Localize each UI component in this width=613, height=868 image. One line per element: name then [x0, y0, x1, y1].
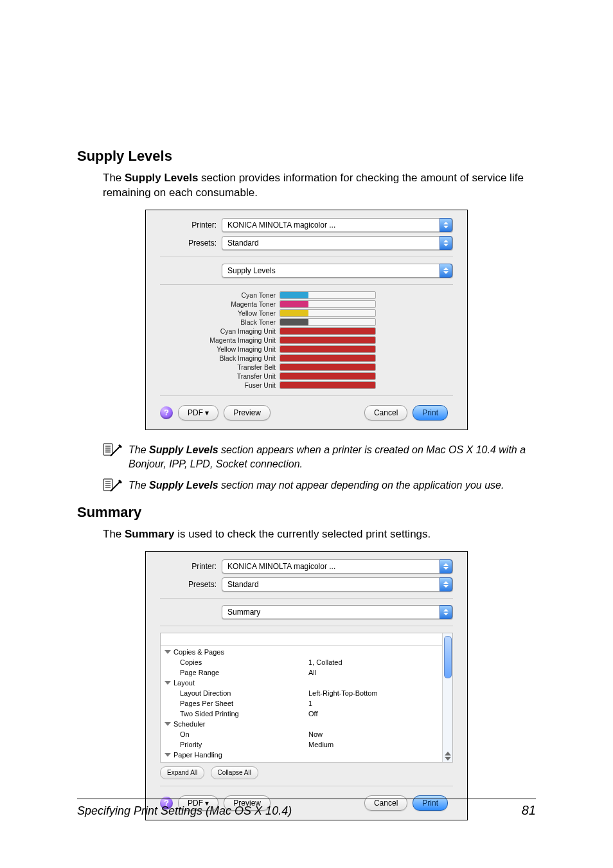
- preview-button[interactable]: Preview: [224, 405, 271, 420]
- pane-select-value: Supply Levels: [227, 266, 276, 275]
- supply-body: The Supply Levels section provides infor…: [103, 171, 536, 201]
- help-button[interactable]: ?: [160, 406, 173, 419]
- text-bold: Supply Levels: [125, 172, 198, 184]
- tree-group-name: Copies & Pages: [173, 648, 224, 656]
- supply-meter-row: Cyan Toner: [160, 291, 453, 299]
- tree-item-value: Off: [308, 710, 452, 718]
- tree-item-value: Document paper: A4: [308, 761, 452, 763]
- supply-meter-bar: [280, 354, 376, 362]
- tree-group-header[interactable]: Scheduler: [164, 719, 452, 729]
- presets-label: Presets:: [160, 239, 217, 248]
- text: The: [103, 528, 125, 540]
- text: The: [103, 172, 125, 184]
- tree-item: Layout DirectionLeft-Right-Top-Bottom: [164, 688, 452, 698]
- supply-meter-label: Yellow Imaging Unit: [160, 345, 276, 353]
- printer-select[interactable]: KONICA MINOLTA magicolor ...: [222, 218, 453, 232]
- collapse-all-button[interactable]: Collapse All: [211, 766, 258, 779]
- tree-group-header[interactable]: Copies & Pages: [164, 647, 452, 657]
- tree-header: [161, 633, 452, 646]
- supply-meter-bar: [280, 300, 376, 308]
- presets-select[interactable]: Standard: [222, 236, 453, 250]
- pdf-button[interactable]: PDF ▾: [178, 405, 218, 420]
- divider: [160, 626, 453, 626]
- select-stepper-icon: [440, 264, 452, 278]
- tree-item-key: Layout Direction: [164, 689, 308, 697]
- note-text-bold: Supply Levels: [149, 480, 218, 491]
- footer-title: Specifying Print Settings (Mac OS X 10.4…: [77, 804, 292, 818]
- tree-item: Copies1, Collated: [164, 657, 452, 667]
- pane-select[interactable]: Supply Levels: [222, 264, 453, 278]
- supply-meter-row: Cyan Imaging Unit: [160, 327, 453, 335]
- supply-meter-bar: [280, 363, 376, 371]
- tree-group-name: Paper Handling: [173, 751, 222, 759]
- supply-meter-bar: [280, 381, 376, 389]
- tree-item-key: Pages Per Sheet: [164, 700, 308, 707]
- tree-item: Pages Per Sheet1: [164, 698, 452, 709]
- tree-item: PriorityMedium: [164, 739, 452, 750]
- supply-meter-row: Transfer Belt: [160, 363, 453, 371]
- presets-select-value: Standard: [227, 580, 259, 589]
- tree-group-header[interactable]: Layout: [164, 678, 452, 688]
- disclosure-triangle-icon[interactable]: [164, 753, 171, 757]
- printer-select-value: KONICA MINOLTA magicolor ...: [227, 562, 335, 571]
- summary-body: The Summary is used to check the current…: [103, 527, 536, 542]
- supply-meter-row: Fuser Unit: [160, 381, 453, 389]
- printer-label: Printer:: [160, 221, 217, 230]
- scroll-up-icon[interactable]: [445, 752, 451, 755]
- tree-item-value: All: [308, 669, 452, 676]
- select-stepper-icon: [440, 605, 452, 619]
- pane-select[interactable]: Summary: [222, 605, 453, 619]
- tree-group: LayoutLayout DirectionLeft-Right-Top-Bot…: [161, 678, 452, 719]
- svg-rect-0: [103, 444, 112, 455]
- tree-group-header[interactable]: Paper Handling: [164, 750, 452, 760]
- cancel-button[interactable]: Cancel: [364, 405, 407, 420]
- presets-select[interactable]: Standard: [222, 577, 453, 592]
- divider: [160, 395, 453, 396]
- divider: [160, 257, 453, 257]
- tree-group-name: Scheduler: [173, 720, 206, 728]
- disclosure-triangle-icon[interactable]: [164, 681, 171, 685]
- supply-meter-row: Magenta Toner: [160, 300, 453, 308]
- disclosure-triangle-icon[interactable]: [164, 650, 171, 654]
- scroll-down-icon[interactable]: [445, 757, 451, 761]
- supply-meter-row: Black Imaging Unit: [160, 354, 453, 362]
- supply-levels-dialog: Printer: KONICA MINOLTA magicolor ... Pr…: [145, 210, 468, 430]
- scrollbar[interactable]: [442, 633, 452, 762]
- supply-meter-bar: [280, 309, 376, 317]
- svg-rect-5: [103, 479, 112, 491]
- text-bold: Summary: [125, 528, 174, 540]
- select-stepper-icon: [440, 218, 452, 232]
- presets-select-value: Standard: [227, 239, 259, 248]
- supply-meter-bar: [280, 336, 376, 344]
- tree-item: Destination paper sizeDocument paper: A4: [164, 760, 452, 763]
- select-stepper-icon: [440, 577, 452, 592]
- tree-item-key: Destination paper size: [164, 761, 308, 763]
- tree-item-key: Page Range: [164, 669, 308, 676]
- print-button[interactable]: Print: [413, 405, 448, 420]
- supply-meter-bar: [280, 318, 376, 326]
- supply-meter-label: Cyan Imaging Unit: [160, 327, 276, 335]
- tree-item-key: Priority: [164, 741, 308, 748]
- footer-page-number: 81: [522, 803, 536, 818]
- summary-dialog: Printer: KONICA MINOLTA magicolor ... Pr…: [145, 551, 468, 820]
- supply-meter-bar: [280, 345, 376, 353]
- tree-item-value: 1, Collated: [308, 658, 452, 666]
- tree-item: Two Sided PrintingOff: [164, 709, 452, 719]
- page-footer: Specifying Print Settings (Mac OS X 10.4…: [77, 799, 536, 818]
- note-1: The Supply Levels section appears when a…: [103, 443, 536, 472]
- note-text: section may not appear depending on the …: [218, 480, 504, 491]
- disclosure-triangle-icon[interactable]: [164, 722, 171, 726]
- supply-meters: Cyan TonerMagenta TonerYellow TonerBlack…: [160, 291, 453, 389]
- expand-all-button[interactable]: Expand All: [160, 766, 204, 779]
- supply-meter-label: Fuser Unit: [160, 381, 276, 389]
- printer-label: Printer:: [160, 562, 217, 571]
- text: is used to check the currently selected …: [175, 528, 431, 540]
- scroll-thumb[interactable]: [444, 636, 452, 678]
- select-stepper-icon: [440, 559, 452, 574]
- presets-label: Presets:: [160, 580, 217, 589]
- heading-summary: Summary: [77, 504, 536, 521]
- supply-meter-bar: [280, 372, 376, 380]
- supply-meter-bar: [280, 291, 376, 299]
- printer-select[interactable]: KONICA MINOLTA magicolor ...: [222, 559, 453, 574]
- supply-meter-row: Magenta Imaging Unit: [160, 336, 453, 344]
